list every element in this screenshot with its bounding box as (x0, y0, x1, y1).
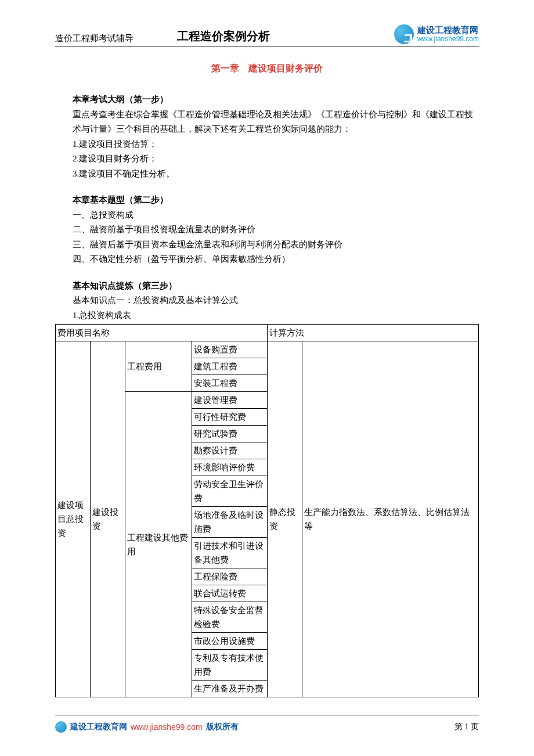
cell-item: 引进技术和引进设备其他费 (192, 538, 268, 568)
cell-build-invest: 建设投资 (91, 341, 125, 697)
footer-left: 建设工程教育网 www.jianshe99.com 版权所有 (55, 721, 239, 733)
cell-method: 生产能力指数法、系数估算法、比例估算法等 (302, 341, 479, 697)
sec2-head: 本章基本题型（第二步） (73, 193, 479, 208)
chapter-title: 第一章 建设项目财务评价 (55, 63, 479, 75)
cell-item: 特殊设备安全监督检验费 (192, 602, 268, 633)
page-footer: 建设工程教育网 www.jianshe99.com 版权所有 第 1 页 (55, 715, 479, 733)
sec2-item4: 四、不确定性分析（盈亏平衡分析、单因素敏感性分析） (73, 252, 479, 267)
investment-table: 费用项目名称 计算方法 建设项目总投资 建设投资 工程费用 设备购置费 静态投资… (55, 324, 479, 697)
page-number: 第 1 页 (454, 722, 479, 732)
sec1-head: 本章考试大纲（第一步） (73, 92, 479, 107)
cell-eng-cost: 工程费用 (125, 341, 192, 392)
sec3-head: 基本知识点提炼（第三步） (73, 279, 479, 294)
sec1-intro: 重点考查考生在综合掌握《工程造价管理基础理论及相关法规》《工程造价计价与控制》和… (73, 107, 479, 137)
cell-item: 设备购置费 (192, 341, 268, 358)
th-name: 费用项目名称 (56, 325, 268, 341)
cell-item: 勘察设计费 (192, 442, 268, 459)
content: 本章考试大纲（第一步） 重点考查考生在综合掌握《工程造价管理基础理论及相关法规》… (55, 92, 479, 697)
cell-item: 专利及专有技术使用费 (192, 650, 268, 681)
globe-icon (55, 721, 67, 733)
cell-item: 环境影响评价费 (192, 459, 268, 476)
cell-item: 劳动安全卫生评价费 (192, 476, 268, 507)
cell-item: 可行性研究费 (192, 409, 268, 426)
page-header: 造价工程师考试辅导 工程造价案例分析 建设工程教育网 www.jianshe99… (55, 24, 479, 46)
footer-site: 建设工程教育网 (70, 722, 127, 732)
logo-text: 建设工程教育网 www.jianshe99.com (417, 26, 479, 43)
cell-item: 联合试运转费 (192, 585, 268, 602)
logo-cn: 建设工程教育网 (417, 26, 479, 35)
cell-item: 市政公用设施费 (192, 633, 268, 650)
cell-item: 建筑工程费 (192, 358, 268, 375)
th-method: 计算方法 (268, 325, 479, 341)
globe-icon (394, 24, 414, 44)
table-header-row: 费用项目名称 计算方法 (56, 325, 479, 341)
footer-copy: 版权所有 (206, 722, 239, 732)
header-logo: 建设工程教育网 www.jianshe99.com (394, 24, 479, 44)
sec2-item1: 一、总投资构成 (73, 208, 479, 223)
footer-url: www.jianshe99.com (131, 722, 203, 732)
sec2-item2: 二、融资前基于项目投资现金流量表的财务评价 (73, 222, 479, 237)
sec2-item3: 三、融资后基于项目资本金现金流量表和利润与利润分配表的财务评价 (73, 237, 479, 253)
section-knowledge: 基本知识点提炼（第三步） 基本知识点一：总投资构成及基本计算公式 1.总投资构成… (55, 279, 479, 323)
header-title: 工程造价案例分析 (157, 28, 394, 44)
sec3-tabtitle: 1.总投资构成表 (73, 308, 479, 323)
cell-other-cost: 工程建设其他费用 (125, 392, 192, 697)
cell-item: 生产准备及开办费 (192, 681, 268, 697)
sec1-item1: 1.建设项目投资估算； (73, 137, 479, 152)
sec3-sub: 基本知识点一：总投资构成及基本计算公式 (73, 293, 479, 308)
cell-item: 建设管理费 (192, 392, 268, 409)
cell-total-invest: 建设项目总投资 (56, 341, 91, 697)
cell-item: 场地准备及临时设施费 (192, 507, 268, 538)
section-types: 本章基本题型（第二步） 一、总投资构成 二、融资前基于项目投资现金流量表的财务评… (55, 193, 479, 267)
sec1-item2: 2.建设项目财务分析； (73, 152, 479, 167)
cell-item: 工程保险费 (192, 568, 268, 585)
table-row: 建设项目总投资 建设投资 工程费用 设备购置费 静态投资 生产能力指数法、系数估… (56, 341, 479, 358)
section-outline: 本章考试大纲（第一步） 重点考查考生在综合掌握《工程造价管理基础理论及相关法规》… (55, 92, 479, 181)
cell-static: 静态投资 (268, 341, 302, 697)
cell-item: 安装工程费 (192, 375, 268, 392)
logo-url: www.jianshe99.com (417, 35, 479, 43)
header-left-text: 造价工程师考试辅导 (55, 33, 157, 44)
cell-item: 研究试验费 (192, 426, 268, 442)
sec1-item3: 3.建设项目不确定性分析。 (73, 167, 479, 182)
